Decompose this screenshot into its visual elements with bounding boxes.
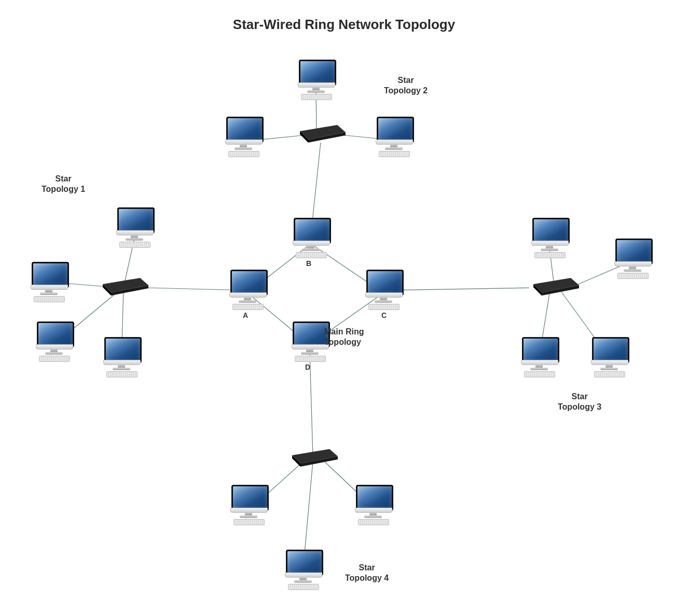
label-star4: Star Topology 4 xyxy=(345,563,389,583)
star2-client xyxy=(374,117,414,157)
diagram-canvas: Star-Wired Ring Network Topology xyxy=(0,0,688,616)
label-main-ring: Main Ring Topology xyxy=(324,327,364,347)
label-star2: Star Topology 2 xyxy=(384,75,428,96)
star3-client xyxy=(589,337,629,377)
ring-node-C xyxy=(363,270,404,310)
hub-star4 xyxy=(288,446,338,467)
star4-client xyxy=(283,550,323,590)
diagram-title: Star-Wired Ring Network Topology xyxy=(0,17,688,33)
star3-client xyxy=(519,337,559,377)
label-star1: Star Topology 1 xyxy=(42,174,85,194)
star1-client xyxy=(29,262,69,302)
hub-star1 xyxy=(99,275,148,296)
star4-client xyxy=(228,485,269,525)
ring-node-A xyxy=(227,270,268,310)
label-star3: Star Topology 3 xyxy=(558,391,601,412)
hub-star3 xyxy=(529,275,579,296)
star3-client xyxy=(529,218,570,258)
star1-client xyxy=(34,321,74,362)
ring-tag-B: B xyxy=(306,259,311,268)
star4-client xyxy=(353,485,393,525)
star2-client xyxy=(296,60,336,100)
ring-tag-C: C xyxy=(381,311,387,319)
star2-client xyxy=(223,117,264,157)
wires-layer xyxy=(0,0,688,616)
ring-tag-D: D xyxy=(305,363,310,371)
hub-star2 xyxy=(296,122,346,143)
svg-line-6 xyxy=(383,288,529,290)
star1-client xyxy=(114,207,155,248)
star3-client xyxy=(612,239,653,279)
ring-node-B xyxy=(291,218,331,258)
star1-client xyxy=(101,337,142,377)
ring-tag-A: A xyxy=(243,311,248,319)
